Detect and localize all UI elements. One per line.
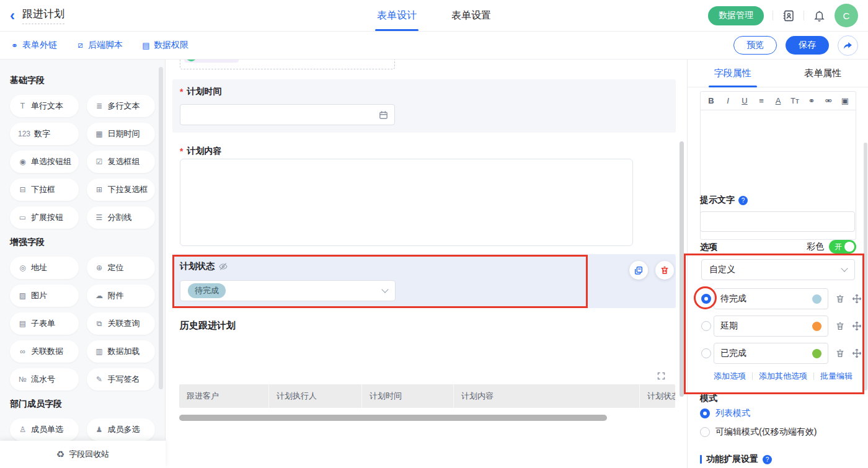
tab-form-design[interactable]: 表单设计 — [377, 0, 417, 31]
move-option-icon[interactable] — [852, 348, 862, 358]
align-icon[interactable]: ≡ — [757, 96, 766, 105]
sidebar-scrollbar[interactable] — [159, 67, 163, 389]
field-pill-relation-query[interactable]: ⧉关联查询 — [87, 312, 156, 335]
color-toggle[interactable]: 开 — [829, 240, 856, 254]
form-toolbar: ⚭ 表单外链 ⧄ 后端脚本 ▤ 数据权限 预览 保存 — [0, 32, 868, 60]
field-pill-image[interactable]: ▨图片 — [10, 285, 79, 307]
field-pill-serial-number[interactable]: №流水号 — [10, 368, 79, 391]
help-icon[interactable]: ? — [738, 196, 748, 205]
font-color-icon[interactable]: A — [774, 96, 782, 105]
field-pill-datetime[interactable]: ▦日期时间 — [87, 123, 156, 145]
field-pill-data-load[interactable]: ▥数据加载 — [87, 340, 156, 363]
field-pill-relation-data[interactable]: ∞关联数据 — [10, 340, 79, 363]
panel-scrollbar[interactable] — [864, 143, 867, 391]
field-pill-subform[interactable]: ▤子表单 — [10, 312, 79, 335]
tab-field-properties[interactable]: 字段属性 — [688, 60, 778, 87]
field-library-sidebar: 基础字段 T单行文本 ≣多行文本 123数字 ▦日期时间 ◉单选按钮组 ☑复选框… — [0, 60, 166, 468]
option-color-dot[interactable] — [812, 349, 822, 358]
expand-icon[interactable] — [657, 371, 666, 381]
data-manage-button[interactable]: 数据管理 — [708, 6, 764, 25]
option-input[interactable]: 已完成 — [714, 343, 828, 364]
delete-option-icon[interactable] — [835, 321, 845, 331]
toolbar-actions: 预览 保存 — [733, 35, 858, 56]
delete-option-icon[interactable] — [835, 348, 845, 358]
bold-icon[interactable]: B — [707, 96, 715, 105]
data-permission-link[interactable]: ▤ 数据权限 — [141, 40, 188, 51]
divider — [773, 11, 773, 20]
add-other-option-link[interactable]: 添加其他选项 — [759, 371, 807, 382]
move-option-icon[interactable] — [852, 294, 862, 304]
unlink-icon[interactable]: ⚮ — [824, 96, 833, 105]
preview-button[interactable]: 预览 — [733, 36, 777, 55]
option-color-dot[interactable] — [812, 322, 822, 331]
italic-icon[interactable]: I — [724, 96, 732, 105]
plan-content-textarea[interactable] — [180, 159, 633, 246]
option-radio[interactable] — [701, 294, 711, 304]
field-recycle-bin[interactable]: ♻ 字段回收站 — [0, 441, 166, 468]
save-button[interactable]: 保存 — [786, 36, 829, 55]
delete-option-icon[interactable] — [835, 294, 845, 304]
option-radio[interactable] — [701, 348, 711, 358]
mode-editable[interactable]: 可编辑模式(仅移动端有效) — [700, 426, 817, 438]
recycle-icon: ♻ — [56, 449, 64, 460]
option-input[interactable]: 待完成 — [714, 288, 828, 309]
plan-time-input[interactable] — [180, 104, 395, 125]
add-option-link[interactable]: 添加选项 — [714, 371, 746, 382]
insert-image-icon[interactable]: ▣ — [841, 96, 849, 105]
field-pill-divider[interactable]: ☰分割线 — [87, 206, 156, 229]
chevron-down-icon — [381, 286, 388, 293]
field-pill-multi-dropdown[interactable]: ⊞下拉复选框 — [87, 179, 156, 201]
batch-edit-link[interactable]: 批量编辑 — [820, 371, 852, 382]
field-plan-time[interactable]: *计划时间 — [172, 79, 676, 133]
mode-list[interactable]: 列表模式 — [700, 408, 750, 419]
field-plan-status[interactable]: 计划状态 待完成 — [172, 254, 676, 308]
mode-radio[interactable] — [700, 427, 710, 437]
font-size-icon[interactable]: Tт — [790, 96, 799, 105]
option-radio[interactable] — [701, 321, 711, 331]
link-icon[interactable]: ⚭ — [807, 96, 816, 105]
current-user-field[interactable]: F 当前用户 — [180, 60, 395, 69]
pill-label: 附件 — [108, 290, 124, 301]
hint-text-input[interactable] — [700, 211, 855, 232]
move-option-icon[interactable] — [852, 321, 862, 331]
delete-field-button[interactable] — [655, 261, 674, 280]
status-tag: 待完成 — [188, 283, 226, 298]
mode-radio[interactable] — [700, 408, 710, 418]
tab-form-properties[interactable]: 表单属性 — [778, 60, 868, 87]
field-pill-single-text[interactable]: T单行文本 — [10, 95, 79, 117]
field-pill-extend-button[interactable]: ▭扩展按钮 — [10, 206, 79, 229]
user-avatar[interactable]: C — [835, 4, 858, 27]
option-source-select[interactable]: 自定义 — [701, 259, 855, 280]
toggle-on-label: 开 — [835, 242, 842, 251]
plan-status-select[interactable]: 待完成 — [180, 280, 396, 301]
backend-script-link[interactable]: ⧄ 后端脚本 — [76, 40, 123, 51]
column-header: 计划时间 — [362, 384, 454, 408]
field-pill-number[interactable]: 123数字 — [10, 123, 79, 145]
field-pill-multi-text[interactable]: ≣多行文本 — [87, 95, 156, 117]
help-icon[interactable]: ? — [763, 455, 772, 464]
subform-horizontal-scrollbar[interactable] — [179, 415, 607, 421]
plan-status-label: 计划状态 — [180, 261, 228, 272]
field-pill-address[interactable]: ◎地址 — [10, 257, 79, 279]
field-pill-checkbox-group[interactable]: ☑复选框组 — [87, 151, 156, 173]
underline-icon[interactable]: U — [740, 96, 749, 105]
tab-form-settings[interactable]: 表单设置 — [451, 0, 491, 31]
field-pill-radio-group[interactable]: ◉单选按钮组 — [10, 151, 79, 173]
form-external-link[interactable]: ⚭ 表单外链 — [10, 40, 57, 51]
canvas-scrollbar[interactable] — [680, 141, 684, 397]
field-pill-member-single[interactable]: ♙成员单选 — [10, 418, 79, 441]
option-color-dot[interactable] — [812, 294, 822, 304]
field-pill-dropdown[interactable]: ⊟下拉框 — [10, 179, 79, 201]
bell-icon[interactable] — [813, 9, 826, 22]
contact-book-icon[interactable] — [782, 9, 795, 22]
pill-label: 图片 — [31, 290, 47, 301]
field-pill-attachment[interactable]: ☁附件 — [87, 285, 156, 307]
duplicate-field-button[interactable] — [629, 261, 648, 280]
field-pill-signature[interactable]: ✎手写签名 — [87, 368, 156, 391]
page-title: 跟进计划 — [22, 7, 64, 24]
back-button[interactable]: ‹ — [10, 8, 15, 23]
field-pill-member-multi[interactable]: ♟成员多选 — [87, 418, 156, 441]
share-button[interactable] — [838, 35, 858, 56]
field-pill-location[interactable]: ⊕定位 — [87, 257, 156, 279]
option-input[interactable]: 延期 — [714, 316, 828, 337]
